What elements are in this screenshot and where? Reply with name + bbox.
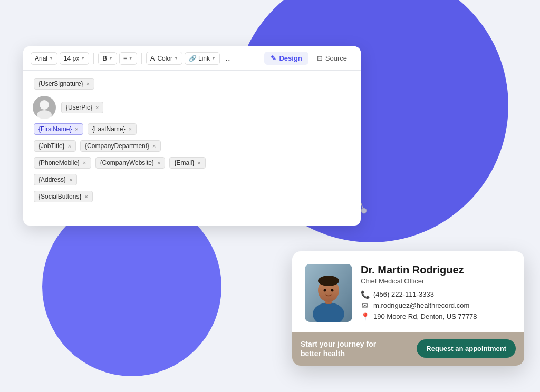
cta-text: Start your journey for better health bbox=[301, 339, 385, 358]
font-family-label: Arial bbox=[35, 55, 47, 62]
phone-mobile-close[interactable]: × bbox=[83, 160, 86, 166]
align-caret: ▼ bbox=[129, 56, 133, 61]
user-pic-close[interactable]: × bbox=[95, 104, 99, 111]
email-tag[interactable]: {Email} × bbox=[169, 157, 205, 169]
color-icon: A bbox=[150, 54, 155, 62]
job-row: {JobTitle} × {CompanyDepartment} × bbox=[33, 139, 351, 153]
editor-panel: Arial ▼ 14 px ▼ B ▼ ≡ ▼ A Color ▼ 🔗 Link bbox=[23, 46, 361, 226]
font-family-btn[interactable]: Arial ▼ bbox=[31, 52, 57, 65]
bold-label: B bbox=[102, 55, 107, 62]
avatar-icon bbox=[33, 96, 56, 119]
doctor-photo-svg bbox=[305, 264, 352, 322]
font-family-group: Arial ▼ bbox=[31, 52, 57, 65]
align-btn[interactable]: ≡ ▼ bbox=[119, 52, 137, 65]
color-btn[interactable]: A Color ▼ bbox=[146, 52, 182, 65]
bold-caret: ▼ bbox=[109, 56, 113, 61]
user-signature-row: {UserSignature} × bbox=[33, 77, 351, 91]
sig-top: Dr. Martin Rodriguez Chief Medical Offic… bbox=[292, 251, 524, 332]
svg-point-9 bbox=[324, 289, 326, 291]
first-name-tag[interactable]: {FirstName} × bbox=[34, 123, 83, 135]
address-close[interactable]: × bbox=[69, 177, 72, 183]
svg-point-2 bbox=[40, 100, 49, 110]
align-label: ≡ bbox=[123, 55, 127, 62]
last-name-close[interactable]: × bbox=[129, 126, 132, 132]
svg-point-8 bbox=[318, 276, 339, 286]
company-website-close[interactable]: × bbox=[157, 160, 160, 166]
svg-point-3 bbox=[37, 110, 52, 119]
avatar bbox=[33, 96, 56, 119]
cta-banner: Start your journey for better health Req… bbox=[292, 332, 524, 366]
color-caret: ▼ bbox=[174, 56, 178, 61]
divider-2 bbox=[141, 53, 142, 64]
phone-mobile-tag[interactable]: {PhoneMobile} × bbox=[34, 157, 91, 169]
address-row: {Address} × bbox=[33, 173, 351, 187]
sig-name: Dr. Martin Rodriguez bbox=[361, 264, 512, 276]
sig-info: Dr. Martin Rodriguez Chief Medical Offic… bbox=[361, 264, 512, 324]
sig-photo bbox=[305, 264, 352, 322]
toolbar: Arial ▼ 14 px ▼ B ▼ ≡ ▼ A Color ▼ 🔗 Link bbox=[23, 46, 361, 71]
svg-point-10 bbox=[331, 289, 334, 291]
link-btn[interactable]: 🔗 Link ▼ bbox=[185, 52, 220, 65]
social-buttons-tag[interactable]: {SocialButtons} × bbox=[34, 191, 93, 202]
user-pic-area: {UserPic} × bbox=[33, 96, 351, 119]
phone-icon: 📞 bbox=[361, 290, 369, 299]
bold-btn[interactable]: B ▼ bbox=[98, 52, 117, 65]
company-website-tag[interactable]: {CompanyWebsite} × bbox=[95, 157, 166, 169]
source-tab[interactable]: ⊡ Source bbox=[311, 52, 353, 65]
job-title-tag[interactable]: {JobTitle} × bbox=[34, 140, 76, 152]
email-icon: ✉ bbox=[361, 301, 369, 310]
last-name-tag[interactable]: {LastName} × bbox=[88, 123, 137, 135]
sig-phone: 📞 (456) 222-111-3333 bbox=[361, 290, 512, 299]
font-size-caret: ▼ bbox=[81, 56, 85, 61]
user-pic-tag[interactable]: {UserPic} × bbox=[61, 102, 103, 113]
location-icon: 📍 bbox=[361, 312, 369, 321]
sig-address: 📍 190 Moore Rd, Denton, US 77778 bbox=[361, 312, 512, 321]
name-row: {FirstName} × {LastName} × bbox=[33, 122, 351, 136]
font-family-caret: ▼ bbox=[49, 56, 53, 61]
job-title-close[interactable]: × bbox=[68, 143, 71, 149]
font-size-btn[interactable]: 14 px ▼ bbox=[60, 52, 89, 65]
source-tab-icon: ⊡ bbox=[317, 54, 323, 62]
design-tab-label: Design bbox=[279, 54, 302, 62]
design-tab[interactable]: ✎ Design bbox=[264, 52, 308, 65]
source-tab-label: Source bbox=[325, 54, 347, 62]
social-row: {SocialButtons} × bbox=[33, 190, 351, 203]
link-caret: ▼ bbox=[211, 56, 216, 61]
email-close[interactable]: × bbox=[198, 160, 201, 166]
sig-title: Chief Medical Officer bbox=[361, 277, 512, 285]
design-tab-icon: ✎ bbox=[271, 54, 276, 62]
user-signature-tag[interactable]: {UserSignature} × bbox=[34, 78, 94, 90]
first-name-close[interactable]: × bbox=[75, 126, 78, 132]
user-signature-close[interactable]: × bbox=[86, 81, 90, 87]
company-dept-tag[interactable]: {CompanyDepartment} × bbox=[80, 140, 161, 152]
link-label: Link bbox=[198, 55, 210, 62]
font-size-label: 14 px bbox=[64, 55, 79, 62]
address-tag[interactable]: {Address} × bbox=[34, 174, 77, 185]
signature-card: Dr. Martin Rodriguez Chief Medical Offic… bbox=[292, 251, 524, 366]
color-label: Color bbox=[157, 55, 172, 62]
contact-row: {PhoneMobile} × {CompanyWebsite} × {Emai… bbox=[33, 156, 351, 170]
sig-email: ✉ m.rodriguez@healthrecord.com bbox=[361, 301, 512, 310]
social-buttons-close[interactable]: × bbox=[84, 193, 88, 200]
link-icon: 🔗 bbox=[189, 55, 197, 62]
cta-button[interactable]: Request an appointment bbox=[417, 339, 516, 358]
company-dept-close[interactable]: × bbox=[152, 143, 156, 149]
divider-1 bbox=[93, 53, 94, 64]
font-size-group: 14 px ▼ bbox=[60, 52, 89, 65]
editor-content: {UserSignature} × {UserPic} × {FirstName… bbox=[23, 71, 361, 213]
more-btn[interactable]: ... bbox=[222, 53, 235, 64]
more-label: ... bbox=[226, 55, 231, 62]
